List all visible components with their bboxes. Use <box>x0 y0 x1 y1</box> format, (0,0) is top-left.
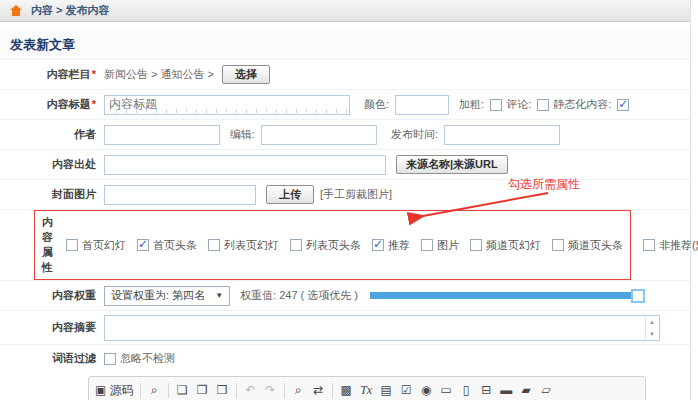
attribute-checkbox-item[interactable]: 首页头条 <box>137 238 197 253</box>
checkbox-icon[interactable] <box>421 239 433 251</box>
attributes-row: 内容属性 首页幻灯首页头条列表页幻灯列表页头条推荐图片频道页幻灯频道页头条 非推… <box>0 210 690 281</box>
radio-field-icon[interactable]: ◉ <box>417 381 436 399</box>
category-path: 新闻公告 > 通知公告 > <box>104 67 214 82</box>
redo-icon[interactable]: ↷ <box>261 381 280 399</box>
source-button[interactable]: ▣ 源码 <box>93 381 136 399</box>
weight-slider-track[interactable] <box>370 292 632 299</box>
checkbox-icon[interactable] <box>208 239 220 251</box>
required-mark: * <box>92 98 96 110</box>
remove-format-icon[interactable]: Tx <box>357 381 376 399</box>
attribute-checkbox-item[interactable]: 非推荐(默认无需设置) <box>643 238 698 253</box>
spinner-up-icon[interactable]: ▲ <box>649 319 655 325</box>
checkbox-icon[interactable] <box>643 239 655 251</box>
required-mark: * <box>92 68 96 80</box>
page-title-block: 发表新文章 <box>0 30 690 60</box>
image-button-icon[interactable]: ▰ <box>517 381 536 399</box>
title-input[interactable] <box>104 95 350 115</box>
spinner-down-icon[interactable]: ▼ <box>649 331 655 337</box>
preview-icon[interactable]: ⌕ <box>145 381 164 399</box>
editor-label: 编辑: <box>230 127 255 142</box>
weight-value-text: 权重值: 247 ( 选项优先 ) <box>240 288 358 303</box>
attributes-outside-group: 非推荐(默认无需设置)已推送 <box>643 238 698 253</box>
publish-time-input[interactable] <box>444 125 560 145</box>
checkbox-label: 频道页幻灯 <box>486 238 541 253</box>
title-label: 内容标题* <box>0 97 104 112</box>
button-field-icon[interactable]: ▬ <box>497 381 516 399</box>
source-label: 内容出处 <box>0 157 104 172</box>
comment-checkbox[interactable] <box>537 99 549 111</box>
spinner-control[interactable]: ▲▼ <box>645 317 658 339</box>
attribute-checkbox-item[interactable]: 频道页头条 <box>552 238 623 253</box>
editor-input[interactable] <box>261 125 377 145</box>
title-color-input[interactable] <box>395 95 449 115</box>
manual-crop-note: [手工剪裁图片] <box>320 187 392 202</box>
weight-select[interactable]: 设置权重为: 第四名 ▼ <box>104 286 230 306</box>
home-icon[interactable] <box>10 5 22 16</box>
select-field-icon[interactable]: ⊟ <box>477 381 496 399</box>
weight-label: 内容权重 <box>0 288 104 303</box>
thumb-label: 封面图片 <box>0 187 104 202</box>
weight-slider-handle[interactable] <box>631 289 645 303</box>
attribute-checkbox-item[interactable]: 图片 <box>421 238 459 253</box>
source-name-url-button[interactable]: 来源名称|来源URL <box>396 155 508 174</box>
author-label: 作者 <box>0 127 104 142</box>
source-row: 内容出处 来源名称|来源URL <box>0 150 690 180</box>
toolbar-separator <box>332 383 333 398</box>
rich-text-editor: ▣ 源码⌕❏❐❒↶↷⌕⇄▩Tx▤☑◉▭▯⊟▬▰▱ BIUSX₂X²≣≡⇤⇥❝▢≡… <box>88 376 646 400</box>
paste-text-icon[interactable]: ❒ <box>213 381 232 399</box>
attribute-checkbox-item[interactable]: 列表页幻灯 <box>208 238 279 253</box>
checkbox-icon[interactable] <box>290 239 302 251</box>
attribute-checkbox-item[interactable]: 推荐 <box>372 238 410 253</box>
upload-button[interactable]: 上传 <box>266 185 314 204</box>
hidden-field-icon[interactable]: ▱ <box>537 381 556 399</box>
attribute-checkbox-item[interactable]: 列表页头条 <box>290 238 361 253</box>
author-input[interactable] <box>104 125 220 145</box>
checkbox-icon[interactable] <box>470 239 482 251</box>
checkbox-icon[interactable] <box>552 239 564 251</box>
toolbar-separator <box>168 383 169 398</box>
abstract-textarea[interactable]: ▲▼ <box>104 315 660 341</box>
paste-word-icon[interactable]: ❐ <box>193 381 212 399</box>
title-row: 内容标题* 颜色: 加粗: 评论: 静态化内容: <box>0 90 690 120</box>
filter-checkbox[interactable] <box>104 353 116 365</box>
bold-checkbox[interactable] <box>490 99 502 111</box>
chevron-down-icon: ▼ <box>215 291 223 300</box>
select-category-button[interactable]: 选择 <box>222 65 270 84</box>
find-icon[interactable]: ⌕ <box>289 381 308 399</box>
select-all-icon[interactable]: ▩ <box>337 381 356 399</box>
checkbox-label: 频道页头条 <box>568 238 623 253</box>
category-row: 内容栏目* 新闻公告 > 通知公告 > 选择 <box>0 60 690 90</box>
thumb-input[interactable] <box>104 185 256 205</box>
weight-slider[interactable] <box>370 289 645 303</box>
abstract-label: 内容摘要 <box>0 320 104 335</box>
form-icon[interactable]: ▤ <box>377 381 396 399</box>
checkbox-field-icon[interactable]: ☑ <box>397 381 416 399</box>
comment-label: 评论: <box>506 97 531 112</box>
textarea-field-icon[interactable]: ▯ <box>457 381 476 399</box>
filter-row: 词语过滤 忽略不检测 <box>0 345 690 372</box>
content-publish-page: 内容 > 发布内容 发表新文章 内容栏目* 新闻公告 > 通知公告 > 选择 内… <box>0 0 691 400</box>
checkbox-label: 首页幻灯 <box>82 238 126 253</box>
weight-select-value: 设置权重为: 第四名 <box>111 288 205 303</box>
attribute-checkbox-item[interactable]: 首页幻灯 <box>66 238 126 253</box>
source-input[interactable] <box>104 155 386 175</box>
checkbox-icon[interactable] <box>372 239 384 251</box>
bold-label: 加粗: <box>459 97 484 112</box>
checkbox-icon[interactable] <box>137 239 149 251</box>
replace-icon[interactable]: ⇄ <box>309 381 328 399</box>
category-label: 内容栏目* <box>0 67 104 82</box>
templates-icon[interactable]: ❏ <box>173 381 192 399</box>
attribute-checkbox-item[interactable]: 频道页幻灯 <box>470 238 541 253</box>
checkbox-icon[interactable] <box>66 239 78 251</box>
static-html-checkbox[interactable] <box>617 99 629 111</box>
editor-toolbar-row1: ▣ 源码⌕❏❐❒↶↷⌕⇄▩Tx▤☑◉▭▯⊟▬▰▱ <box>93 379 641 400</box>
breadcrumb: 内容 > 发布内容 <box>0 0 690 22</box>
toolbar-separator <box>140 383 141 398</box>
text-field-icon[interactable]: ▭ <box>437 381 456 399</box>
checkbox-label: 推荐 <box>388 238 410 253</box>
weight-row: 内容权重 设置权重为: 第四名 ▼ 权重值: 247 ( 选项优先 ) <box>0 281 690 311</box>
undo-icon[interactable]: ↶ <box>241 381 260 399</box>
publish-time-label: 发布时间: <box>391 127 438 142</box>
checkbox-label: 列表页头条 <box>306 238 361 253</box>
attributes-inside-group: 首页幻灯首页头条列表页幻灯列表页头条推荐图片频道页幻灯频道页头条 <box>66 238 623 253</box>
